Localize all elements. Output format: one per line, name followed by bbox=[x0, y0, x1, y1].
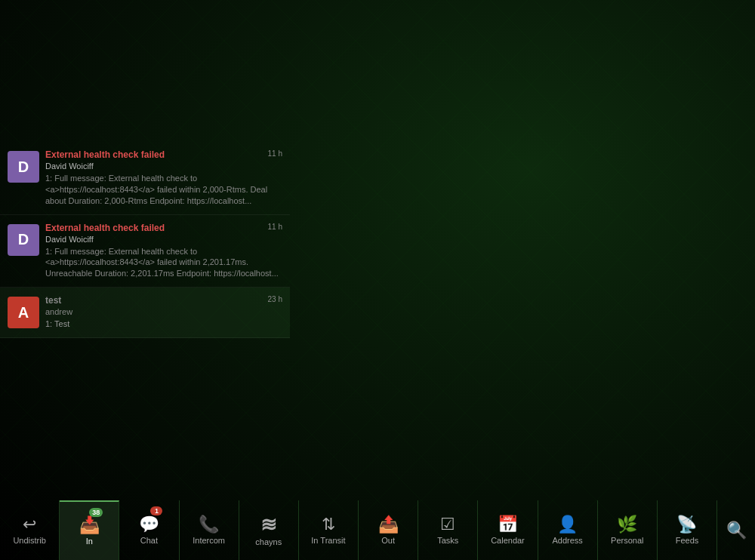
avatar: D bbox=[8, 151, 39, 183]
app-wrapper: david334 Realtime ▾ nancy singh 👤 ⧉ — ☐ … bbox=[0, 0, 755, 560]
message-time: 11 h bbox=[268, 223, 282, 231]
nav-item-out[interactable]: 📤 Out bbox=[359, 500, 418, 560]
intercom-icon: 📞 bbox=[199, 516, 219, 533]
inbox-icon: 📥 bbox=[79, 517, 100, 534]
chayns-icon: ≋ bbox=[260, 515, 277, 534]
undistrib-icon: ↩ bbox=[23, 516, 36, 533]
personal-icon: 🌿 bbox=[617, 516, 637, 533]
nav-item-in-transit[interactable]: ⇅ In Transit bbox=[299, 500, 359, 560]
nav-item-undistrib[interactable]: ↩ Undistrib bbox=[0, 500, 60, 560]
message-body: test andrew 1: Test bbox=[45, 295, 282, 330]
message-sender: David Woiciff bbox=[45, 235, 282, 244]
nav-item-feeds[interactable]: 📡 Feeds bbox=[658, 500, 717, 560]
calendar-icon: 📅 bbox=[498, 516, 518, 533]
outbox-icon: 📤 bbox=[378, 516, 399, 533]
message-sender: David Woiciff bbox=[45, 162, 282, 171]
address-icon: 👤 bbox=[557, 516, 578, 533]
nav-item-calendar[interactable]: 📅 Calendar bbox=[478, 500, 538, 560]
nav-item-chat[interactable]: 1 💬 Chat bbox=[119, 500, 179, 560]
search-nav-icon: 🔍 bbox=[726, 522, 747, 539]
message-title: External health check failed bbox=[45, 149, 282, 160]
nav-item-intercom[interactable]: 📞 Intercom bbox=[180, 500, 239, 560]
message-body: External health check failed David Woici… bbox=[45, 149, 282, 207]
message-time: 11 h bbox=[268, 149, 282, 158]
in-badge: 38 bbox=[89, 508, 103, 517]
message-preview: 1: Test bbox=[45, 318, 282, 330]
nav-item-in[interactable]: 38 📥 In bbox=[60, 500, 119, 560]
feeds-icon: 📡 bbox=[676, 516, 697, 533]
nav-item-chayns[interactable]: ≋ chayns bbox=[239, 500, 299, 560]
message-title: test bbox=[45, 295, 282, 306]
bottom-nav: ↩ Undistrib 38 📥 In 1 💬 Chat 📞 Intercom … bbox=[0, 500, 755, 560]
nav-item-search[interactable]: 🔍 bbox=[717, 500, 755, 560]
message-preview: 1: Full message: External health check t… bbox=[45, 246, 282, 280]
message-preview: 1: Full message: External health check t… bbox=[45, 173, 282, 207]
message-title: External health check failed bbox=[45, 223, 282, 233]
chat-icon: 💬 bbox=[139, 516, 159, 533]
message-time: 23 h bbox=[268, 295, 282, 303]
message-body: External health check failed David Woici… bbox=[45, 223, 282, 280]
list-item[interactable]: A test andrew 1: Test 23 h bbox=[0, 288, 290, 338]
nav-item-address[interactable]: 👤 Address bbox=[538, 500, 598, 560]
nav-item-tasks[interactable]: ☑ Tasks bbox=[418, 500, 478, 560]
tasks-icon: ☑ bbox=[440, 516, 455, 533]
avatar: D bbox=[8, 224, 39, 256]
nav-item-personal[interactable]: 🌿 Personal bbox=[598, 500, 658, 560]
chat-badge: 1 bbox=[150, 506, 162, 515]
in-transit-icon: ⇅ bbox=[322, 516, 335, 533]
list-item[interactable]: D External health check failed David Woi… bbox=[0, 215, 290, 288]
avatar: A bbox=[8, 297, 39, 328]
list-item[interactable]: D External health check failed David Woi… bbox=[0, 142, 290, 215]
message-sender: andrew bbox=[45, 307, 282, 316]
